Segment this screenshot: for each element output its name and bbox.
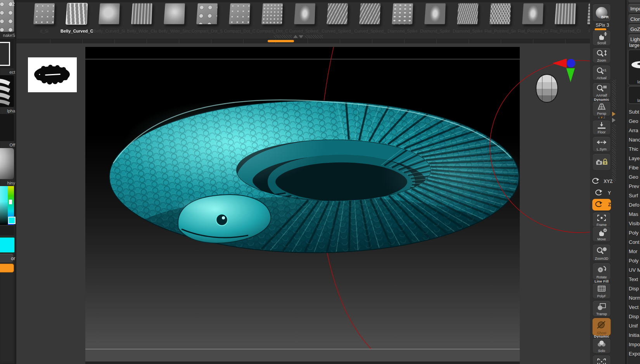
shelf-brush-d_Si[interactable]: d_Si: [28, 3, 61, 34]
rotate-z-button[interactable]: Z: [592, 199, 611, 210]
tool-subpalette-Impo-25[interactable]: Impo: [629, 342, 640, 347]
move-button[interactable]: Move: [592, 226, 611, 242]
shelf-brush-Compact_Dot_C[interactable]: Compact_Dot_C: [223, 3, 256, 34]
rotate-y-button[interactable]: Y: [592, 188, 611, 198]
switch-color-button[interactable]: or: [0, 254, 16, 263]
shelf-brush-Belly_Wide_Sinc[interactable]: Belly_Wide_Sinc: [158, 3, 191, 34]
current-brush-slot[interactable]: 22 nakeS: [0, 0, 16, 38]
solo-button[interactable]: Solo: [592, 338, 611, 354]
tool-subpalette-UV M-17[interactable]: UV M: [629, 267, 640, 273]
tool-subpalette-Disp-22[interactable]: Disp: [629, 314, 640, 319]
shelf-scroll-up-icon[interactable]: [293, 35, 298, 38]
tool-subpalette-Fibe-6[interactable]: Fibe: [629, 165, 640, 171]
current-color-swatch[interactable]: [0, 237, 16, 253]
bpr-render-button[interactable]: BPR: [592, 4, 611, 22]
tool-palette-button-clipped[interactable]: [628, 0, 640, 3]
gizmo-x-axis-icon[interactable]: [552, 59, 567, 68]
ghost-button[interactable]: Ghost: [592, 318, 611, 336]
actual-button[interactable]: x1Actual: [592, 65, 611, 81]
sculpt-canvas[interactable]: [16, 43, 592, 364]
tool-subpalette-Arra-2[interactable]: Arra: [629, 128, 640, 133]
tool-subpalette-Vect-21[interactable]: Vect: [629, 304, 640, 310]
tray-button-Clone[interactable]: Clone: [628, 14, 640, 24]
tray-hatch-bottom[interactable]: [612, 124, 616, 182]
subtool-preview-box[interactable]: lar: [628, 86, 640, 104]
shelf-scrollbar-right[interactable]: [305, 35, 323, 38]
orange-action-button[interactable]: [0, 264, 16, 273]
gizmo-y-axis-icon[interactable]: [566, 68, 575, 82]
shelf-brush-Curved_Spiked_[interactable]: Curved_Spiked_: [289, 3, 321, 34]
persp-button[interactable]: Persp: [592, 101, 611, 116]
gizmo-z-axis-icon[interactable]: [567, 59, 575, 67]
shelf-brush-Flat_Pointed_Sir[interactable]: Flat_Pointed_Sir: [484, 3, 517, 34]
snake-model-render[interactable]: [85, 47, 520, 361]
aahalf-button[interactable]: AAHalf: [592, 83, 611, 98]
tool-subpalette-Visib-12[interactable]: Visib: [629, 221, 640, 226]
lsym-button[interactable]: L.Sym: [592, 136, 611, 152]
zoom3d-button[interactable]: Zoom3D: [592, 244, 611, 261]
current-alpha-slot[interactable]: lpha: [0, 75, 16, 113]
tool-subpalette-Surf-9[interactable]: Surf: [629, 193, 640, 198]
shelf-brush-Diamond_Spike[interactable]: Diamond_Spike: [451, 3, 484, 34]
tray-button-Impo[interactable]: Impo: [628, 4, 640, 13]
tray-button-GoZ[interactable]: GoZ: [628, 24, 640, 34]
color-picker[interactable]: [0, 186, 16, 225]
floor-button[interactable]: Floor: [592, 120, 611, 135]
shelf-brush-Flat_Pointed_Cl[interactable]: Flat_Pointed_Cl: [517, 3, 549, 34]
shelf-brush-label: Curved_Spiked_: [289, 29, 321, 33]
tool-subpalette-Nano-3[interactable]: Nano: [629, 137, 640, 143]
tool-subpalette-Mas-11[interactable]: Mas: [629, 211, 640, 217]
rotate-xyz-button[interactable]: XYZ: [592, 176, 611, 186]
tray-close-arrow-icon[interactable]: [612, 118, 616, 122]
gradient-bar[interactable]: [0, 226, 16, 236]
tool-subpalette-Norm-20[interactable]: Norm: [629, 295, 640, 301]
scroll-button[interactable]: Scroll: [592, 30, 611, 46]
shelf-brush-Diamond_Spike[interactable]: Diamond_Spike: [386, 3, 419, 34]
shelf-brush-Belly_Curved_Si[interactable]: Belly_Curved_Si: [93, 3, 126, 34]
active-tool-name: large: [629, 43, 640, 48]
shelf-scrollbar-left[interactable]: [274, 35, 292, 38]
tool-subpalette-Poly-16[interactable]: Poly: [629, 258, 640, 264]
tool-subpalette-Thic-4[interactable]: Thic: [629, 146, 640, 152]
shelf-brush-Compact_Dot_S[interactable]: Compact_Dot_S: [191, 3, 223, 34]
transp-button[interactable]: Transp: [592, 300, 611, 317]
current-texture-slot[interactable]: Off: [0, 114, 16, 147]
shelf-brush-Flat_Pointed_Cl[interactable]: Flat_Pointed_Cl: [549, 3, 582, 34]
tool-subpalette-Expo-26[interactable]: Expo: [629, 351, 640, 357]
tray-open-arrow-icon[interactable]: [612, 112, 616, 116]
tool-subpalette-Prev-8[interactable]: Prev: [629, 183, 640, 189]
frame-button[interactable]: Frame: [592, 212, 611, 228]
shelf-brush-Diamond_Spike[interactable]: Diamond_Spike: [419, 3, 451, 34]
tool-subpalette-Disp-19[interactable]: Disp: [629, 286, 640, 292]
tool-subpalette-Unif-23[interactable]: Unif: [629, 323, 640, 329]
zoomsel-button[interactable]: [592, 355, 611, 364]
tool-subpalette-Geo-7[interactable]: Geo: [629, 174, 640, 180]
tool-subpalette-Defo-10[interactable]: Defo: [629, 202, 640, 208]
tool-subpalette-Initia-24[interactable]: Initia: [629, 332, 640, 338]
picker-swatch[interactable]: [8, 217, 16, 224]
tool-subpalette-Mor-15[interactable]: Mor: [629, 248, 640, 254]
camview-head[interactable]: [534, 73, 560, 105]
shelf-brush-Curved_Spiked_[interactable]: Curved_Spiked_: [321, 3, 354, 34]
shelf-scroll-down-icon[interactable]: [299, 35, 303, 38]
tool-preview-box[interactable]: lar: [628, 50, 640, 85]
tool-subpalette-Laye-5[interactable]: Laye: [629, 155, 640, 161]
current-material-slot[interactable]: hiny: [0, 148, 16, 185]
camera-lock-button[interactable]: [592, 154, 611, 171]
tool-subpalette-Subt-0[interactable]: Subt: [629, 109, 640, 115]
shelf-brush-Compact_Dot_C[interactable]: Compact_Dot_C: [256, 3, 289, 34]
tool-subpalette-Geo-1[interactable]: Geo: [629, 118, 640, 124]
document-viewport[interactable]: [85, 47, 520, 361]
polyf-button[interactable]: PolyF: [592, 283, 611, 299]
tool-subpalette-Poly-13[interactable]: Poly: [629, 230, 640, 236]
shelf-brush-Curved_Spiked_[interactable]: Curved_Spiked_: [354, 3, 386, 34]
shelf-brush-Belly_Curved_C[interactable]: Belly_Curved_C: [61, 3, 93, 34]
zoom-button[interactable]: Zoom: [592, 48, 611, 63]
current-stroke-slot[interactable]: ect: [0, 39, 16, 74]
rotate-button[interactable]: Rotate: [592, 263, 611, 280]
shelf-brush-Belly_Wide_Clu[interactable]: Belly_Wide_Clu: [126, 3, 158, 34]
tool-subpalette-Text-18[interactable]: Text: [629, 276, 640, 282]
tray-hatch-top[interactable]: [612, 80, 616, 110]
hue-marker[interactable]: [9, 200, 12, 204]
tool-subpalette-Cont-14[interactable]: Cont: [629, 239, 640, 245]
